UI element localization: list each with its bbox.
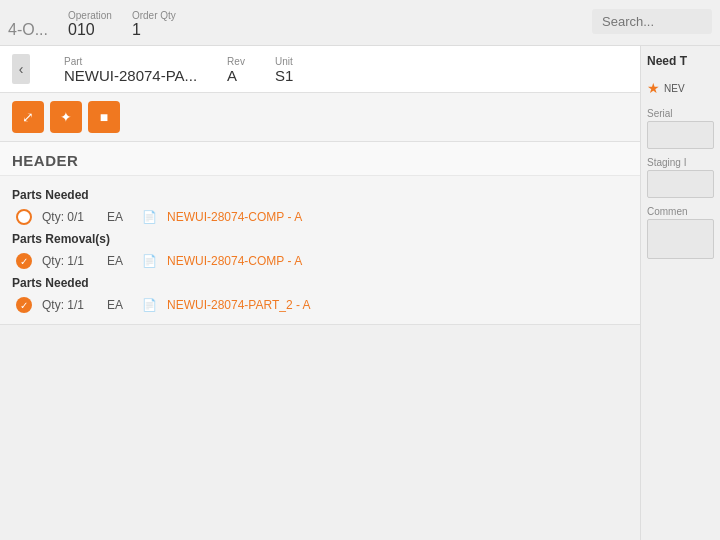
staging-label: Staging I bbox=[647, 157, 714, 168]
part-label: Part bbox=[64, 56, 197, 67]
star-icon: ✦ bbox=[60, 109, 72, 125]
serial-input[interactable] bbox=[647, 121, 714, 149]
parts-needed-1-label: Parts Needed bbox=[12, 188, 628, 202]
unit-label: Unit bbox=[275, 56, 293, 67]
part-link[interactable]: NEWUI-28074-COMP - A bbox=[167, 210, 302, 224]
stop-button[interactable]: ■ bbox=[88, 101, 120, 133]
doc-icon: 📄 bbox=[142, 254, 157, 268]
unit-label: EA bbox=[107, 254, 132, 268]
rev-label: Rev bbox=[227, 56, 245, 67]
comment-input[interactable] bbox=[647, 219, 714, 259]
right-icon-row: ★ NEV bbox=[647, 80, 714, 96]
staging-input[interactable] bbox=[647, 170, 714, 198]
operation-group: Operation 010 bbox=[68, 10, 112, 39]
order-qty-group: Order Qty 1 bbox=[132, 10, 176, 39]
parts-area: Parts Needed Qty: 0/1 EA 📄 NEWUI-28074-C… bbox=[0, 176, 640, 324]
top-bar: 4-O... Operation 010 Order Qty 1 bbox=[0, 0, 720, 46]
order-qty-label: Order Qty bbox=[132, 10, 176, 21]
unit-label: EA bbox=[107, 298, 132, 312]
move-button[interactable]: ⤢ bbox=[12, 101, 44, 133]
unit-label: EA bbox=[107, 210, 132, 224]
top-bar-left: 4-O... Operation 010 Order Qty 1 bbox=[8, 10, 592, 39]
part-link[interactable]: NEWUI-28074-COMP - A bbox=[167, 254, 302, 268]
serial-field: Serial bbox=[647, 108, 714, 149]
right-star-icon: ★ bbox=[647, 80, 660, 96]
table-row: ✓ Qty: 1/1 EA 📄 NEWUI-28074-PART_2 - A bbox=[12, 294, 628, 316]
table-row: Qty: 0/1 EA 📄 NEWUI-28074-COMP - A bbox=[12, 206, 628, 228]
right-icon-label: NEV bbox=[664, 83, 685, 94]
staging-field: Staging I bbox=[647, 157, 714, 198]
status-done-icon: ✓ bbox=[16, 297, 32, 313]
parts-removal-label: Parts Removal(s) bbox=[12, 232, 628, 246]
search-input[interactable] bbox=[592, 9, 712, 34]
qty-label: Qty: 1/1 bbox=[42, 254, 97, 268]
record-id: 4-O... bbox=[8, 21, 48, 39]
table-row: ✓ Qty: 1/1 EA 📄 NEWUI-28074-COMP - A bbox=[12, 250, 628, 272]
right-panel-title: Need T bbox=[647, 54, 714, 68]
right-panel: Need T ★ NEV Serial Staging I Commen bbox=[640, 46, 720, 540]
main-layout: ‹ Part NEWUI-28074-PA... Rev A Unit S1 ⤢… bbox=[0, 46, 720, 540]
doc-icon: 📄 bbox=[142, 210, 157, 224]
status-open-icon bbox=[16, 209, 32, 225]
comment-field: Commen bbox=[647, 206, 714, 259]
rev-value: A bbox=[227, 67, 245, 84]
move-icon: ⤢ bbox=[22, 109, 34, 125]
doc-icon: 📄 bbox=[142, 298, 157, 312]
part-link[interactable]: NEWUI-28074-PART_2 - A bbox=[167, 298, 311, 312]
qty-label: Qty: 1/1 bbox=[42, 298, 97, 312]
parts-needed-2-label: Parts Needed bbox=[12, 276, 628, 290]
unit-group: Unit S1 bbox=[275, 56, 293, 84]
unit-value: S1 bbox=[275, 67, 293, 84]
part-header: ‹ Part NEWUI-28074-PA... Rev A Unit S1 bbox=[0, 46, 640, 93]
serial-label: Serial bbox=[647, 108, 714, 119]
left-panel: ‹ Part NEWUI-28074-PA... Rev A Unit S1 ⤢… bbox=[0, 46, 640, 540]
section-header-label: HEADER bbox=[0, 142, 640, 176]
part-value: NEWUI-28074-PA... bbox=[64, 67, 197, 84]
star-button[interactable]: ✦ bbox=[50, 101, 82, 133]
order-qty-value: 1 bbox=[132, 21, 176, 39]
qty-label: Qty: 0/1 bbox=[42, 210, 97, 224]
status-done-icon: ✓ bbox=[16, 253, 32, 269]
toolbar: ⤢ ✦ ■ bbox=[0, 93, 640, 142]
nav-left-arrow[interactable]: ‹ bbox=[12, 54, 30, 84]
stop-icon: ■ bbox=[100, 109, 108, 125]
operation-value: 010 bbox=[68, 21, 112, 39]
rev-group: Rev A bbox=[227, 56, 245, 84]
operation-label: Operation bbox=[68, 10, 112, 21]
header-section: HEADER Parts Needed Qty: 0/1 EA 📄 NEWUI-… bbox=[0, 142, 640, 325]
part-group: Part NEWUI-28074-PA... bbox=[64, 56, 197, 84]
comment-label: Commen bbox=[647, 206, 714, 217]
